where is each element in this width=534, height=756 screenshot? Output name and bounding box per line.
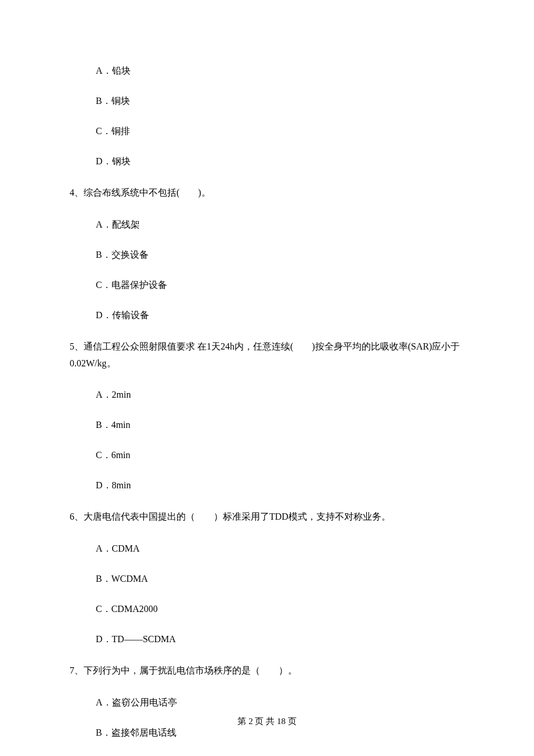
q6-text: 6、大唐电信代表中国提出的（ ）标准采用了TDD模式，支持不对称业务。 <box>70 509 464 525</box>
q3-option-c: C．铜排 <box>70 124 464 138</box>
q4-option-c: C．电器保护设备 <box>70 278 464 292</box>
q3-option-d: D．钢块 <box>70 154 464 168</box>
page-footer: 第 2 页 共 18 页 <box>0 716 534 727</box>
q6-option-b: B．WCDMA <box>70 572 464 586</box>
q6-option-c: C．CDMA2000 <box>70 602 464 616</box>
page-content: A．铅块 B．铜块 C．铜排 D．钢块 4、综合布线系统中不包括( )。 A．配… <box>0 0 534 756</box>
q5-option-b: B．4min <box>70 418 464 432</box>
q7-text: 7、下列行为中，属于扰乱电信市场秩序的是（ ）。 <box>70 663 464 679</box>
q4-option-d: D．传输设备 <box>70 308 464 322</box>
q4-option-b: B．交换设备 <box>70 248 464 262</box>
q4-text: 4、综合布线系统中不包括( )。 <box>70 185 464 201</box>
q3-option-b: B．铜块 <box>70 94 464 108</box>
q3-option-a: A．铅块 <box>70 64 464 78</box>
q5-text: 5、通信工程公众照射限值要求 在1天24h内，任意连续( )按全身平均的比吸收率… <box>70 339 464 372</box>
q7-option-a: A．盗窃公用电话亭 <box>70 696 464 710</box>
q6-option-a: A．CDMA <box>70 542 464 556</box>
q5-option-d: D．8min <box>70 478 464 492</box>
q4-option-a: A．配线架 <box>70 218 464 232</box>
q6-option-d: D．TD——SCDMA <box>70 632 464 646</box>
q7-option-b: B．盗接邻居电话线 <box>70 726 464 740</box>
q5-option-c: C．6min <box>70 448 464 462</box>
q5-option-a: A．2min <box>70 388 464 402</box>
